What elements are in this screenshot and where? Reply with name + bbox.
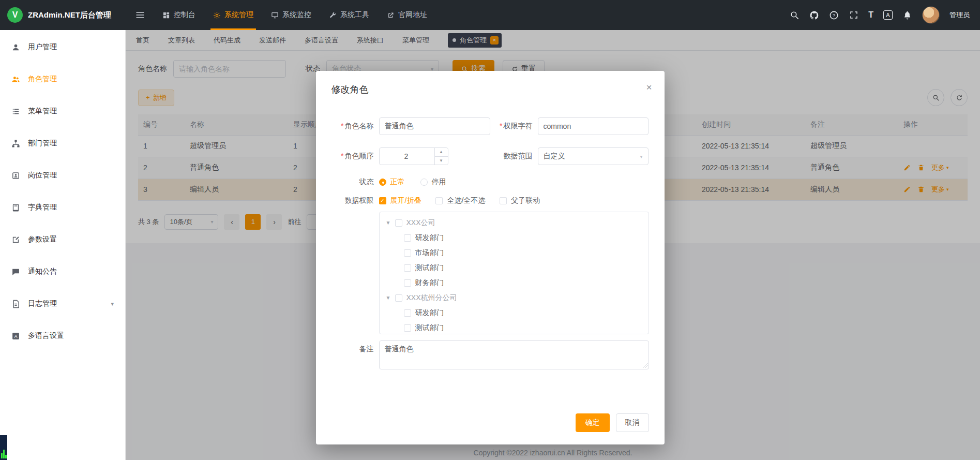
sidebar-item-post-manage[interactable]: 岗位管理: [0, 159, 125, 191]
top-bar-actions: ? T A 管理员: [790, 6, 980, 24]
data-scope-select[interactable]: 自定义 ▾: [538, 147, 649, 165]
sidebar-item-notice[interactable]: 通知公告: [0, 256, 125, 288]
checkbox-icon[interactable]: [404, 249, 411, 257]
chat-bubble-icon: [11, 268, 20, 276]
external-link-icon: [387, 11, 395, 19]
parent-child-link-checkbox[interactable]: 父子联动: [500, 196, 540, 205]
github-icon[interactable]: [809, 10, 819, 20]
app-root: V ZRAdmin.NET后台管理 控制台 系统管理 系统监控 系统工具: [0, 0, 980, 460]
checkbox-icon[interactable]: [395, 219, 402, 227]
sidebar-item-label: 部门管理: [28, 139, 57, 148]
expand-collapse-checkbox[interactable]: ✓ 展开/折叠: [379, 196, 421, 205]
resize-grip-icon[interactable]: [643, 363, 647, 368]
remark-textarea[interactable]: 普通角色: [379, 340, 649, 369]
nav-label: 系统监控: [282, 10, 311, 20]
tree-node-company[interactable]: ▼ XXX杭州分公司: [380, 290, 649, 305]
bell-icon[interactable]: [902, 10, 912, 20]
sidebar-item-label: 字典管理: [28, 203, 57, 212]
tree-node-company[interactable]: ▼ XXX公司: [380, 215, 649, 230]
sidebar-item-role-manage[interactable]: 角色管理: [0, 63, 125, 95]
dialog-role-name-input[interactable]: [379, 117, 490, 135]
checkbox-icon[interactable]: [395, 294, 402, 302]
tree-node-dept[interactable]: 测试部门: [380, 260, 649, 275]
search-icon[interactable]: [790, 10, 800, 20]
order-field-label: *角色顺序: [331, 152, 374, 161]
role-name-field-label: *角色名称: [331, 122, 374, 131]
tree-node-label: 研发部门: [415, 233, 444, 243]
checkbox-icon[interactable]: [404, 324, 411, 332]
org-tree-icon: [11, 139, 20, 148]
sidebar-item-user-manage[interactable]: 用户管理: [0, 31, 125, 63]
nav-label: 系统管理: [224, 10, 253, 20]
app-logo[interactable]: V ZRAdmin.NET后台管理: [0, 7, 126, 23]
dialog-perm-input[interactable]: [538, 117, 649, 135]
sidebar: 用户管理 角色管理 菜单管理 部门管理 岗位管理 字典管理 参数设置 通知公告: [0, 30, 126, 460]
status-radio-normal[interactable]: 正常: [379, 177, 405, 187]
username[interactable]: 管理员: [949, 10, 970, 20]
help-icon[interactable]: ?: [829, 10, 839, 20]
cancel-button[interactable]: 取消: [616, 413, 649, 432]
select-all-checkbox[interactable]: 全选/全不选: [435, 196, 485, 205]
checkbox-icon[interactable]: [404, 279, 411, 287]
checkbox-icon[interactable]: [404, 234, 411, 242]
checkbox-icon: [500, 197, 507, 204]
close-icon[interactable]: ×: [646, 82, 652, 92]
checkbox-icon: [435, 197, 443, 204]
status-radio-disabled[interactable]: 停用: [420, 177, 446, 187]
radio-label: 正常: [390, 177, 405, 187]
chevron-down-icon: ▾: [111, 301, 114, 307]
sidebar-item-label: 用户管理: [28, 42, 57, 52]
language-icon[interactable]: A: [883, 10, 893, 20]
required-asterisk: *: [341, 152, 343, 160]
tree-node-label: 研发部门: [415, 308, 444, 318]
tree-node-dept[interactable]: 测试部门: [380, 320, 649, 334]
font-size-icon[interactable]: T: [868, 10, 873, 20]
top-bar: V ZRAdmin.NET后台管理 控制台 系统管理 系统监控 系统工具: [0, 0, 980, 30]
nav-system-manage[interactable]: 系统管理: [204, 0, 262, 30]
stepper-down-button[interactable]: ▼: [435, 157, 448, 165]
sidebar-item-menu-manage[interactable]: 菜单管理: [0, 95, 125, 127]
nav-system-monitor[interactable]: 系统监控: [262, 0, 320, 30]
confirm-button[interactable]: 确定: [576, 413, 610, 432]
tree-node-dept[interactable]: 研发部门: [380, 305, 649, 320]
sidebar-item-param-settings[interactable]: 参数设置: [0, 224, 125, 256]
tree-node-label: 市场部门: [415, 248, 444, 258]
svg-text:?: ?: [833, 12, 835, 18]
dept-tree: ▼ XXX公司 研发部门 市场部门 测试部门: [379, 212, 649, 334]
nav-console[interactable]: 控制台: [154, 0, 204, 30]
translate-icon: A: [11, 332, 20, 340]
fullscreen-icon[interactable]: [849, 10, 858, 20]
sidebar-item-language-settings[interactable]: A 多语言设置: [0, 320, 125, 352]
required-asterisk: *: [500, 122, 502, 130]
sidebar-item-log-manage[interactable]: 日志管理 ▾: [0, 288, 125, 320]
sidebar-item-dept-manage[interactable]: 部门管理: [0, 127, 125, 159]
tool-icon: [329, 11, 337, 19]
data-perm-field-label: 数据权限: [331, 196, 374, 205]
nav-website-link[interactable]: 官网地址: [378, 0, 436, 30]
tree-node-dept[interactable]: 市场部门: [380, 245, 649, 260]
sidebar-item-dict-manage[interactable]: 字典管理: [0, 191, 125, 224]
caret-down-icon[interactable]: ▼: [385, 220, 392, 226]
radio-icon: [379, 179, 386, 186]
nav-system-tools[interactable]: 系统工具: [320, 0, 378, 30]
user-icon: [11, 43, 20, 52]
dialog-body: *角色名称 *权限字符 *角色顺序 ▲ ▼: [316, 96, 665, 413]
remark-field-label: 备注: [331, 345, 374, 354]
sidebar-toggle-icon[interactable]: [135, 10, 145, 20]
check-icon: ✓: [379, 197, 386, 204]
status-field-label: 状态: [331, 177, 374, 187]
sidebar-item-label: 多语言设置: [28, 331, 64, 340]
caret-down-icon[interactable]: ▼: [385, 295, 392, 301]
tree-node-dept[interactable]: 财务部门: [380, 275, 649, 290]
stepper-up-button[interactable]: ▲: [435, 148, 448, 157]
nav-label: 系统工具: [340, 10, 369, 20]
checkbox-icon[interactable]: [404, 264, 411, 272]
chevron-down-icon: ▾: [640, 154, 642, 159]
user-avatar[interactable]: [922, 6, 940, 24]
sidebar-item-label: 日志管理: [28, 299, 57, 308]
perm-field-label: *权限字符: [490, 122, 533, 131]
sidebar-item-label: 角色管理: [28, 75, 57, 84]
checkbox-icon[interactable]: [404, 309, 411, 317]
tree-node-dept[interactable]: 研发部门: [380, 230, 649, 245]
tree-node-label: 测试部门: [415, 263, 444, 273]
